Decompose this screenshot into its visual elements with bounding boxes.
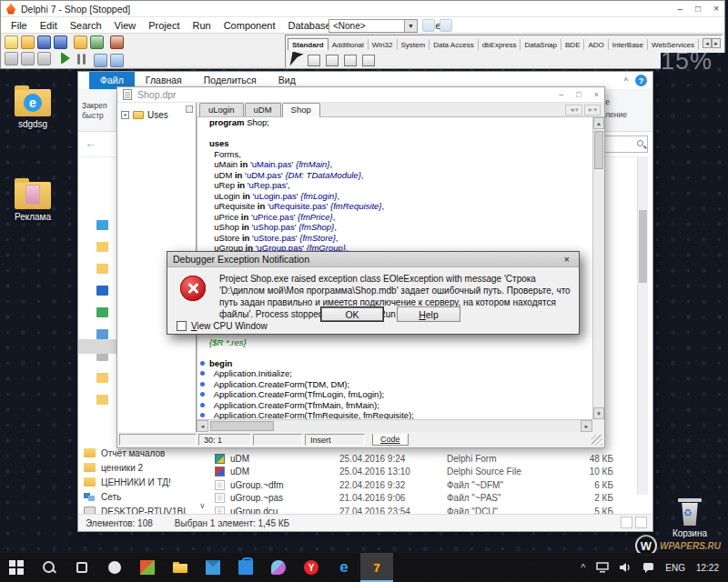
refresh-icon[interactable] — [422, 19, 435, 32]
scroll-right-icon[interactable]: ► — [712, 38, 721, 48]
editor-tab[interactable]: Shop — [282, 103, 320, 117]
help-icon[interactable] — [110, 35, 124, 49]
minimize-button[interactable]: – — [559, 90, 563, 99]
browse-back-icon[interactable]: ◄▾ — [565, 105, 581, 115]
menu-item[interactable]: Run — [186, 20, 217, 31]
browse-forward-icon[interactable]: ►▾ — [584, 105, 601, 115]
palette-tab[interactable]: Win32 — [369, 39, 398, 50]
delphi-title-bar[interactable]: Delphi 7 - Shop [Stopped] – □ × — [1, 1, 724, 17]
menu-item[interactable]: Search — [64, 20, 108, 31]
taskbar-app-button[interactable] — [164, 553, 197, 582]
resize-grip[interactable] — [592, 435, 602, 446]
palette-tab[interactable]: DataSnap — [521, 39, 561, 50]
user-folder-icon[interactable] — [96, 307, 108, 317]
desktop-icon-sdgdsg[interactable]: e sdgdsg — [4, 89, 62, 129]
this-pc-icon[interactable] — [96, 329, 108, 339]
palette-tab[interactable]: dbExpress — [479, 39, 521, 50]
menu-item[interactable]: Component — [217, 20, 282, 31]
units-icon[interactable] — [21, 52, 35, 65]
onedrive-icon[interactable] — [96, 286, 108, 296]
maximize-button[interactable]: □ — [695, 4, 701, 14]
panel-close-icon[interactable] — [186, 105, 193, 113]
folder-mini-icon[interactable] — [96, 242, 108, 252]
scroll-left-icon[interactable]: ◄ — [197, 420, 208, 432]
tree-expand-icon[interactable]: + — [121, 111, 129, 119]
tray-chevron-icon[interactable]: ^ — [581, 563, 586, 573]
quick-access-icon[interactable] — [96, 220, 108, 230]
save-icon[interactable] — [37, 35, 51, 49]
taskbar-app-button[interactable] — [66, 553, 98, 582]
menu-item[interactable]: View — [108, 20, 143, 31]
dialog-title-bar[interactable]: Debugger Exception Notification × — [167, 252, 579, 267]
sidebar-item[interactable]: ценники 2 — [84, 460, 220, 475]
editor-vertical-scrollbar[interactable]: ▲ ▼ — [592, 117, 604, 419]
editor-tab[interactable]: uDM — [245, 103, 281, 116]
palette-tab[interactable]: System — [398, 39, 430, 50]
scroll-right-icon[interactable]: ► — [581, 420, 592, 432]
taskbar-app-button[interactable] — [229, 553, 262, 582]
taskbar-app-button[interactable] — [98, 553, 131, 582]
taskbar-app-button[interactable] — [131, 553, 164, 582]
taskbar-app-button[interactable]: Y — [295, 553, 328, 582]
minimize-button[interactable]: – — [678, 4, 683, 14]
scrollbar-thumb[interactable] — [639, 210, 647, 283]
combobox-dropdown-icon[interactable]: ▼ — [404, 20, 417, 32]
list-view-icon[interactable] — [621, 517, 632, 528]
ok-button[interactable]: OK — [320, 306, 384, 322]
folder-mini-icon[interactable] — [96, 264, 108, 274]
code-view-tab[interactable]: Code — [372, 434, 409, 446]
notification-icon[interactable] — [642, 562, 654, 573]
network-icon[interactable] — [596, 562, 609, 573]
trace-into-icon[interactable] — [94, 54, 107, 67]
palette-tab[interactable]: WebServices — [648, 39, 699, 50]
editor-title-bar[interactable]: Shop.dpr – □ × — [117, 87, 604, 103]
volume-icon[interactable] — [620, 562, 632, 573]
pointer-tool-icon[interactable] — [289, 52, 303, 68]
menu-item[interactable]: Edit — [34, 20, 64, 31]
file-row[interactable]: uDM 25.04.2016 9:24 Delphi Form 48 КБ — [215, 452, 633, 466]
step-over-icon[interactable] — [110, 54, 124, 67]
ribbon-collapse-icon[interactable]: ^ — [624, 76, 628, 85]
palette-tab[interactable]: Additional — [329, 39, 369, 50]
view-cpu-checkbox[interactable]: View CPU Window — [177, 321, 268, 331]
palette-tab[interactable]: Standard — [288, 38, 329, 50]
help-button[interactable]: Help — [397, 306, 460, 322]
save-all-icon[interactable] — [54, 35, 67, 49]
desktop-icon-reklama[interactable]: Реклама — [4, 182, 62, 222]
scroll-up-icon[interactable]: ▲ — [593, 117, 604, 129]
scroll-down-icon[interactable]: ▼ — [593, 407, 604, 419]
taskbar-app-button[interactable] — [197, 553, 229, 582]
taskbar-app-button[interactable]: 7 — [360, 553, 393, 582]
frames-component-icon[interactable] — [308, 55, 320, 66]
taskbar-app-button[interactable]: e — [328, 553, 360, 582]
close-button[interactable]: × — [713, 4, 719, 14]
palette-tab[interactable]: ADO — [584, 39, 608, 50]
file-row[interactable]: uDM 25.04.2016 13:10 Delphi Source File … — [215, 466, 633, 479]
language-indicator[interactable]: ENG — [665, 563, 685, 573]
palette-tab[interactable]: Data Access — [430, 39, 478, 50]
close-icon[interactable]: × — [561, 254, 573, 265]
scrollbar-thumb[interactable] — [210, 421, 274, 431]
none-combobox[interactable]: <None> ▼ — [329, 19, 418, 33]
file-row[interactable]: uGroup.~dfm 22.04.2016 9:32 Файл "~DFM" … — [215, 478, 633, 492]
folder-mini-icon[interactable] — [96, 395, 108, 405]
back-arrow-icon[interactable]: ← — [85, 136, 96, 150]
clock[interactable]: 12:22 — [696, 563, 719, 573]
gear-icon[interactable] — [440, 19, 452, 32]
package-icon[interactable] — [5, 52, 18, 65]
editor-horizontal-scrollbar[interactable]: ◄ ► — [197, 419, 592, 432]
forms-icon[interactable] — [37, 52, 51, 65]
popupmenu-component-icon[interactable] — [344, 55, 357, 66]
tree-node-uses[interactable]: + Uses — [121, 110, 196, 120]
sidebar-item[interactable]: ЦЕННИКИ И ТД! — [84, 475, 220, 489]
close-button[interactable]: × — [594, 90, 599, 99]
open-project-icon[interactable] — [74, 35, 87, 49]
run-icon[interactable] — [61, 52, 70, 65]
menu-item[interactable]: Project — [142, 20, 186, 31]
pause-icon[interactable] — [77, 54, 80, 65]
label-component-icon[interactable] — [362, 55, 375, 66]
taskbar-app-button[interactable] — [262, 553, 295, 582]
editor-tab[interactable]: uLogin — [199, 103, 244, 116]
taskbar-app-button[interactable] — [0, 553, 33, 582]
sidebar-scroll-chevron-icon[interactable]: ∨ — [199, 501, 206, 510]
